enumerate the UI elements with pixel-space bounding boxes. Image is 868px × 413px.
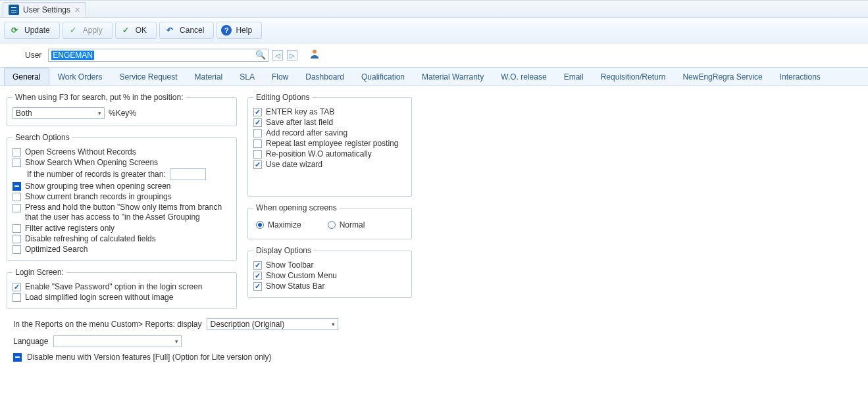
chk-open-without-records[interactable] <box>13 148 21 157</box>
when-opening-group: When opening screens Maximize Normal <box>247 203 412 239</box>
chk-disable-menu-version[interactable] <box>13 353 22 362</box>
display-options-group: Display Options Show Toolbar Show Custom… <box>247 246 412 298</box>
editing-options-legend: Editing Options <box>253 93 312 102</box>
chk-show-grouping-tree[interactable] <box>13 182 21 191</box>
search-options-group: Search Options Open Screens Without Reco… <box>7 133 237 261</box>
reports-display-label: In the Reports on the menu Custom> Repor… <box>13 320 201 329</box>
radio-label: Maximize <box>268 220 301 230</box>
window-tabstrip: ☰ User Settings ✕ <box>0 0 868 18</box>
chk-label: Optimized Search <box>25 245 88 254</box>
chk-use-date-wizard[interactable] <box>253 160 262 169</box>
help-icon: ? <box>221 25 232 36</box>
records-threshold-input[interactable] <box>170 168 206 180</box>
toolbar-label: Help <box>236 26 252 35</box>
user-input[interactable]: ENGEMAN <box>48 49 268 62</box>
ok-button[interactable]: ✓ OK <box>115 22 157 39</box>
radio-normal[interactable] <box>328 221 336 229</box>
chk-label: Disable refreshing of calculated fields <box>25 234 156 243</box>
toolbar-label: Apply <box>83 26 103 35</box>
chk-show-branch-records[interactable] <box>13 193 21 201</box>
if-greater-label: If the number of records is greater than… <box>27 170 166 179</box>
chk-label: Show Custom Menu <box>266 271 337 280</box>
help-button[interactable]: ? Help <box>217 22 262 39</box>
chk-label: Load simplified login screen without ima… <box>25 293 173 302</box>
toolbar-label: Update <box>24 26 50 35</box>
chk-add-after-save[interactable] <box>253 129 262 137</box>
search-options-legend: Search Options <box>13 133 72 142</box>
tab-sla[interactable]: SLA <box>231 68 263 85</box>
chk-label: Show current branch records in groupings <box>25 192 172 201</box>
chk-disable-refresh[interactable] <box>13 235 21 243</box>
tab-dashboard[interactable]: Dashboard <box>297 68 353 85</box>
chk-optimized-search[interactable] <box>13 245 21 254</box>
tab-material[interactable]: Material <box>186 68 232 85</box>
chk-filter-active[interactable] <box>13 224 21 233</box>
toolbar-label: Cancel <box>180 26 204 35</box>
user-row: User ENGEMAN 🔍 ◁ ▷ <box>0 43 868 68</box>
tab-interactions[interactable]: Interactions <box>771 68 829 85</box>
tab-work-orders[interactable]: Work Orders <box>49 68 111 85</box>
chk-show-custom-menu[interactable] <box>253 272 262 280</box>
cancel-button[interactable]: ↶ Cancel <box>159 22 214 39</box>
tab-requisition-return[interactable]: Requisition/Return <box>592 68 675 85</box>
refresh-icon: ⟳ <box>9 24 20 36</box>
chk-show-status-bar[interactable] <box>253 282 262 291</box>
chk-reposition-wo[interactable] <box>253 150 262 158</box>
chk-repeat-last-employee[interactable] <box>253 139 262 148</box>
reports-display-select[interactable]: Description (Original) <box>207 318 338 330</box>
chk-show-search-opening[interactable] <box>13 158 21 167</box>
chk-label: Save after last field <box>266 118 333 127</box>
next-record-button[interactable]: ▷ <box>287 50 297 61</box>
close-icon[interactable]: ✕ <box>74 6 80 14</box>
chk-enable-save-password[interactable] <box>13 283 21 291</box>
search-icon[interactable]: 🔍 <box>255 50 266 60</box>
f3-suffix-label: %Key% <box>109 109 136 118</box>
page-tabstrip: General Work Orders Service Request Mate… <box>0 68 868 86</box>
svg-point-0 <box>313 50 317 54</box>
window-tab-user-settings[interactable]: ☰ User Settings ✕ <box>3 2 86 17</box>
chk-show-toolbar[interactable] <box>253 261 262 270</box>
tab-wo-release[interactable]: W.O. release <box>492 68 555 85</box>
f3-legend: When using F3 for search, put % in the p… <box>13 93 186 102</box>
login-screen-legend: Login Screen: <box>13 268 66 277</box>
check-icon: ✓ <box>67 24 79 36</box>
chk-label: Repeat last employee register posting <box>266 139 398 148</box>
general-tab-content: When using F3 for search, put % in the p… <box>0 86 868 316</box>
chk-press-hold-branch[interactable] <box>13 204 21 212</box>
tab-material-warranty[interactable]: Material Warranty <box>413 68 492 85</box>
chk-load-simplified-login[interactable] <box>13 293 21 302</box>
tab-email[interactable]: Email <box>555 68 592 85</box>
check-icon: ✓ <box>120 24 132 36</box>
chk-label: ENTER key as TAB <box>266 107 334 116</box>
tab-qualification[interactable]: Qualification <box>353 68 413 85</box>
tab-newengregra-service[interactable]: NewEngRegra Service <box>674 68 771 85</box>
radio-maximize[interactable] <box>256 221 264 229</box>
chk-label: Enable "Save Password" option in the log… <box>25 282 202 291</box>
chk-label: Add record after saving <box>266 128 347 137</box>
tab-general[interactable]: General <box>4 68 49 85</box>
update-button[interactable]: ⟳ Update <box>4 22 60 39</box>
f3-position-group: When using F3 for search, put % in the p… <box>7 93 237 126</box>
prev-record-button[interactable]: ◁ <box>272 50 283 61</box>
chk-enter-as-tab[interactable] <box>253 108 262 116</box>
editing-options-group: Editing Options ENTER key as TAB Save af… <box>247 93 412 197</box>
language-select[interactable] <box>53 335 182 347</box>
chk-label: Open Screens Without Records <box>25 147 136 157</box>
f3-position-select[interactable]: Both <box>13 107 105 119</box>
chk-label: Show Search When Opening Screens <box>25 158 158 167</box>
chk-label: Re-position W.O automatically <box>266 149 372 158</box>
person-icon[interactable] <box>309 49 320 62</box>
chk-label: Show grouping tree when opening screen <box>25 182 170 191</box>
undo-icon: ↶ <box>164 24 176 36</box>
when-opening-legend: When opening screens <box>253 203 340 212</box>
apply-button[interactable]: ✓ Apply <box>63 22 113 39</box>
chk-label: Show Toolbar <box>266 260 314 270</box>
radio-label: Normal <box>340 220 365 230</box>
user-label: User <box>25 51 41 60</box>
tab-service-request[interactable]: Service Request <box>111 68 186 85</box>
login-screen-group: Login Screen: Enable "Save Password" opt… <box>7 268 237 309</box>
chk-save-after-last[interactable] <box>253 118 262 127</box>
chk-label: Use date wizard <box>266 160 322 169</box>
tab-flow[interactable]: Flow <box>263 68 297 85</box>
user-card-icon: ☰ <box>9 5 19 15</box>
